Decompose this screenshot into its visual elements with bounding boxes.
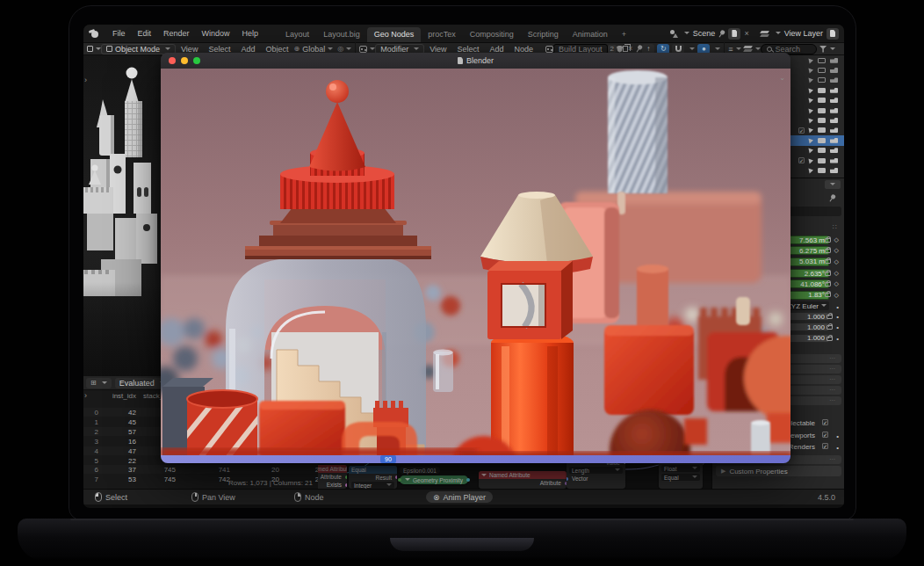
- node-editor-icon[interactable]: [359, 46, 367, 53]
- workspace-tab--[interactable]: +: [615, 27, 633, 42]
- outliner-checkbox[interactable]: ✓: [798, 127, 805, 134]
- hide-viewport-icon[interactable]: [818, 98, 826, 103]
- menu-file[interactable]: File: [106, 29, 132, 38]
- hide-render-icon[interactable]: [830, 68, 838, 73]
- node-named-attribute-2[interactable]: Named Attribute Attribute: [479, 471, 567, 489]
- hide-render-icon[interactable]: [830, 127, 838, 133]
- filter-type-icon[interactable]: [744, 45, 753, 53]
- menu-edit[interactable]: Edit: [132, 29, 158, 38]
- outliner-checkbox[interactable]: ✓: [798, 157, 805, 163]
- view-layer-icon[interactable]: [761, 30, 769, 38]
- node-menu-view[interactable]: View: [424, 45, 451, 54]
- new-group-icon[interactable]: [623, 46, 628, 52]
- scene-icon[interactable]: [670, 30, 678, 38]
- viewport-menu-object[interactable]: Object: [260, 45, 293, 54]
- custom-properties-section[interactable]: ▶ Custom Properties: [716, 466, 841, 476]
- selectable-icon[interactable]: [808, 87, 813, 93]
- table-row[interactable]: 6377457412022800.: [83, 465, 318, 474]
- scene-name[interactable]: Scene: [693, 29, 716, 38]
- node-menu-add[interactable]: Add: [485, 45, 509, 54]
- node-menu-node[interactable]: Node: [509, 45, 539, 54]
- keyframe-icon[interactable]: ◇: [834, 258, 839, 265]
- fake-user-icon[interactable]: [617, 46, 623, 53]
- hide-render-icon[interactable]: [830, 58, 838, 63]
- display-mode-icon[interactable]: ≡: [728, 45, 733, 54]
- node-named-attribute-1[interactable]: Named Attribute Attribute Exists: [318, 465, 347, 489]
- anim-player-pill[interactable]: ⊗ Anim Player: [426, 491, 493, 503]
- selectable-icon[interactable]: [808, 157, 813, 163]
- hide-viewport-icon[interactable]: [818, 127, 826, 133]
- menu-help[interactable]: Help: [236, 29, 265, 38]
- renders-checkbox[interactable]: ✓: [822, 443, 828, 449]
- hide-viewport-icon[interactable]: [818, 68, 826, 73]
- animate-dot-icon[interactable]: •: [836, 335, 839, 343]
- keyframe-icon[interactable]: ◇: [834, 292, 839, 299]
- view-layer-name[interactable]: View Layer: [784, 29, 823, 38]
- selectable-icon[interactable]: [808, 148, 813, 154]
- selectable-icon[interactable]: [808, 68, 813, 74]
- region-toggle-arrow[interactable]: ›: [84, 391, 87, 400]
- viewport-3d[interactable]: [83, 55, 161, 376]
- hide-viewport-icon[interactable]: [818, 88, 826, 93]
- workspace-tab-compositing[interactable]: Compositing: [463, 27, 521, 42]
- workspace-tab-animation[interactable]: Animation: [566, 27, 615, 42]
- spreadsheet-icon-dropdown[interactable]: ⊞: [86, 378, 112, 388]
- collapse-header-icon[interactable]: ⌄: [779, 74, 785, 82]
- hide-render-icon[interactable]: [830, 148, 838, 153]
- viewport-menu-view[interactable]: View: [176, 45, 203, 54]
- animate-dot-icon[interactable]: •: [836, 323, 839, 331]
- node-epsilon-field[interactable]: Epsilon0.001: [400, 467, 440, 474]
- node-equal[interactable]: Equal Result Integer: [349, 466, 397, 489]
- selectable-checkbox[interactable]: ✓: [822, 419, 828, 425]
- zoom-button[interactable]: [193, 57, 200, 64]
- hide-render-icon[interactable]: [830, 88, 838, 93]
- selectable-icon[interactable]: [808, 98, 813, 104]
- hide-viewport-icon[interactable]: [818, 168, 826, 173]
- lock-icon[interactable]: [825, 249, 831, 253]
- hide-render-icon[interactable]: [830, 118, 838, 123]
- keyframe-icon[interactable]: ◇: [834, 270, 839, 277]
- hide-viewport-icon[interactable]: [818, 148, 826, 153]
- workspace-tab-scripting[interactable]: Scripting: [521, 27, 566, 42]
- lock-icon[interactable]: [825, 238, 831, 243]
- selectable-icon[interactable]: [808, 118, 813, 124]
- menu-render[interactable]: Render: [157, 29, 196, 38]
- new-scene-button[interactable]: [728, 28, 740, 40]
- hide-viewport-icon[interactable]: [818, 108, 826, 113]
- pivot-icon[interactable]: ◎: [337, 45, 343, 53]
- selectable-icon[interactable]: [808, 137, 813, 143]
- workspace-tab-layout-big[interactable]: Layout.big: [316, 27, 367, 42]
- selectable-icon[interactable]: [808, 107, 813, 113]
- workspace-tab-geo-nodes[interactable]: Geo Nodes: [367, 27, 422, 42]
- workspace-tab-proctex[interactable]: procTex: [421, 27, 463, 42]
- orientation-icon[interactable]: ⊕: [293, 45, 300, 53]
- selectable-icon[interactable]: [808, 168, 813, 174]
- hide-viewport-icon[interactable]: [818, 118, 826, 123]
- lock-icon[interactable]: [827, 315, 833, 319]
- frame-slider[interactable]: 90: [161, 455, 790, 463]
- render-window[interactable]: Blender ⌄: [161, 53, 790, 463]
- editor-type-icon[interactable]: [87, 46, 93, 52]
- viewport-menu-select[interactable]: Select: [203, 45, 235, 54]
- hide-viewport-icon[interactable]: [818, 77, 826, 83]
- lock-icon[interactable]: [827, 337, 833, 341]
- node-menu-select[interactable]: Select: [452, 45, 485, 54]
- stop-icon[interactable]: ⊗: [433, 493, 440, 502]
- minimize-button[interactable]: [181, 57, 188, 64]
- hide-render-icon[interactable]: [830, 98, 838, 103]
- keyframe-icon[interactable]: ◇: [834, 247, 839, 254]
- properties-pin-icon[interactable]: [827, 193, 837, 203]
- lock-icon[interactable]: [825, 293, 831, 297]
- hide-render-icon[interactable]: [830, 168, 838, 173]
- viewport-menu-add[interactable]: Add: [235, 45, 260, 54]
- hide-render-icon[interactable]: [830, 138, 838, 143]
- keyframe-icon[interactable]: ◇: [834, 280, 839, 287]
- visibility-renders-label[interactable]: Renders: [789, 443, 815, 451]
- hide-render-icon[interactable]: [830, 77, 838, 83]
- group-users-badge[interactable]: 2: [608, 45, 617, 53]
- hide-viewport-icon[interactable]: [818, 58, 826, 63]
- hide-render-icon[interactable]: [830, 158, 838, 163]
- hide-render-icon[interactable]: [830, 108, 838, 113]
- current-frame-marker[interactable]: 90: [380, 455, 396, 463]
- animate-dot-icon[interactable]: •: [836, 313, 839, 321]
